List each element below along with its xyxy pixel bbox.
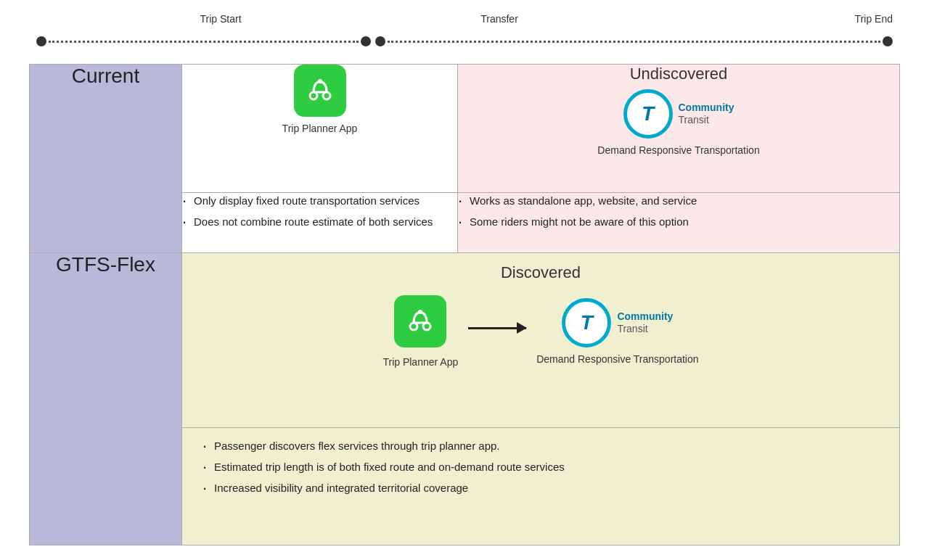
current-label: Current: [30, 65, 182, 253]
transfer-dot-right: [375, 36, 385, 46]
timeline-line: [29, 36, 900, 46]
ct-label-gtfs: Demand Responsive Transportation: [536, 353, 698, 365]
current-app-cell: Trip Planner App: [182, 65, 458, 193]
comparison-table: Current Trip Planner App Undiscovered: [29, 64, 900, 545]
current-bullets-1: Only display fixed route transportation …: [182, 193, 458, 252]
gtfs-bullets-cell: Passenger discovers flex services throug…: [182, 428, 900, 545]
gtfs-bullet-item: Passenger discovers flex services throug…: [202, 438, 886, 453]
undiscovered-cell: Undiscovered T Community Transit Demand …: [458, 65, 900, 193]
bullet-item: Some riders might not be aware of this o…: [458, 214, 899, 229]
timeline: Trip Start Transfer Trip End: [29, 13, 900, 57]
ct-label-current: Demand Responsive Transportation: [458, 144, 899, 156]
bullet-item: Only display fixed route transportation …: [182, 193, 457, 208]
gtfs-flex-label: GTFS-Flex: [30, 252, 182, 545]
svg-point-7: [418, 310, 422, 314]
dotted-line-1: [49, 41, 359, 43]
trip-planner-gtfs: Trip Planner App: [382, 295, 458, 368]
transfer-dot-left: [361, 36, 371, 46]
svg-point-3: [318, 79, 322, 83]
trip-start-dot: [36, 36, 46, 46]
trip-planner-label-gtfs: Trip Planner App: [382, 356, 458, 368]
trip-planner-label-current: Trip Planner App: [182, 123, 457, 134]
trip-start-label: Trip Start: [200, 13, 241, 25]
gtfs-icons-row: GTFS-Flex Discovered Trip: [30, 252, 900, 427]
discovered-cell: Discovered Trip Planner App: [182, 252, 900, 427]
transfer-label: Transfer: [480, 13, 518, 25]
discovered-heading: Discovered: [182, 253, 899, 282]
discovery-arrow: [458, 327, 536, 329]
trip-end-label: Trip End: [855, 13, 893, 25]
dotted-line-2: [388, 41, 880, 43]
bullet-item: Does not combine route estimate of both …: [182, 214, 457, 229]
community-transit-logo-current: T Community Transit: [458, 89, 899, 139]
trip-planner-icon-gtfs: [394, 295, 446, 347]
trip-end-dot: [883, 36, 893, 46]
current-icons-row: Current Trip Planner App Undiscovered: [30, 65, 900, 193]
community-transit-gtfs: T Community Transit Demand Responsive Tr…: [536, 298, 698, 365]
gtfs-bullet-item: Estimated trip length is of both fixed r…: [202, 459, 886, 474]
discovered-apps-row: Trip Planner App T Community Transit: [182, 288, 899, 378]
trip-planner-icon-current: [294, 65, 346, 117]
gtfs-bullet-item: Increased visibility and integrated terr…: [202, 480, 886, 495]
undiscovered-heading: Undiscovered: [458, 65, 899, 83]
current-bullets-2: Works as standalone app, website, and se…: [458, 193, 900, 252]
bullet-item: Works as standalone app, website, and se…: [458, 193, 899, 208]
